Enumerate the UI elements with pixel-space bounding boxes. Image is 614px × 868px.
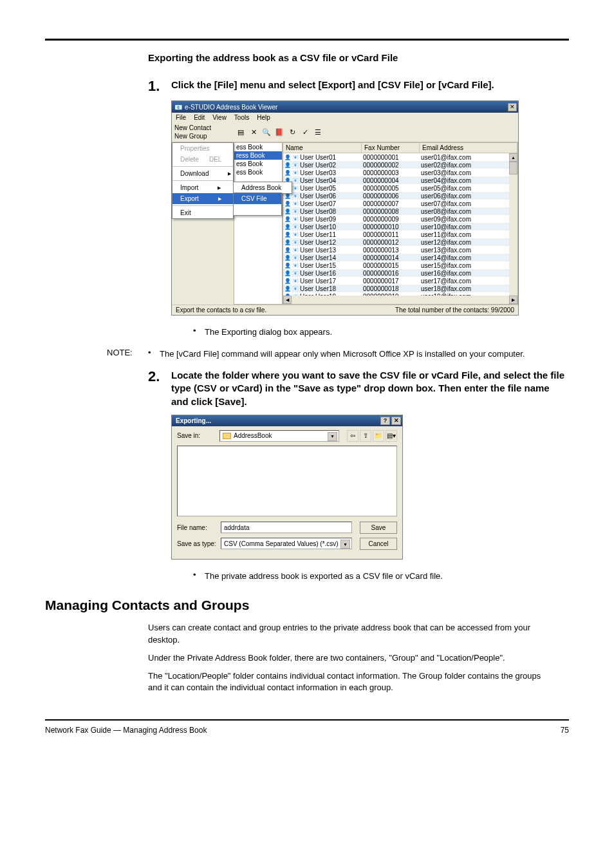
person-icon: 👤	[284, 255, 291, 261]
toolbar-delete-icon[interactable]: ✕	[249, 127, 258, 137]
step-1-text: Click the [File] menu and select [Export…	[171, 79, 494, 94]
scroll-left-icon[interactable]: ◀	[283, 296, 292, 304]
up-icon[interactable]: ⇧	[360, 430, 371, 442]
h2-managing: Managing Contacts and Groups	[45, 598, 569, 613]
toolbar-check-icon[interactable]: ✓	[301, 127, 310, 137]
bullet-2: • The private address book is exported a…	[193, 570, 569, 583]
window-title: e-STUDIO Address Book Viewer	[185, 104, 277, 111]
table-row[interactable]: 👤📧User User050000000005user05@ifax.com	[283, 184, 517, 192]
person-icon: 👤	[284, 216, 291, 222]
cancel-button[interactable]: Cancel	[360, 538, 397, 550]
menu-view[interactable]: View	[212, 114, 227, 121]
close-button[interactable]: ✕	[508, 103, 517, 111]
menu-edit[interactable]: Edit	[194, 114, 205, 121]
card-icon: 📧	[292, 263, 299, 269]
saveastype-row: Save as type: CSV (Comma Separated Value…	[177, 538, 397, 550]
toolbar-book-icon[interactable]: 📕	[275, 127, 284, 137]
horizontal-scrollbar[interactable]: ◀ ▶	[283, 296, 517, 304]
window-titlebar: 📧 e-STUDIO Address Book Viewer ✕	[172, 101, 518, 113]
card-icon: 📧	[292, 270, 299, 276]
para-2: Under the Private Address Book folder, t…	[148, 652, 569, 664]
note-row: NOTE: • The [vCard File] command will ap…	[107, 348, 569, 361]
card-icon: 📧	[292, 193, 299, 199]
table-row[interactable]: 👤📧User User170000000017user17@ifax.com	[283, 277, 517, 285]
scroll-right-icon[interactable]: ▶	[509, 296, 517, 304]
toolbar-cards-icon[interactable]: ▤	[236, 127, 245, 137]
person-icon: 👤	[284, 247, 291, 253]
bullet-icon: •	[193, 326, 205, 339]
close-button[interactable]: ✕	[391, 417, 401, 425]
back-icon[interactable]: ⇦	[347, 430, 358, 442]
save-button[interactable]: Save	[360, 522, 397, 534]
savein-dropdown[interactable]: AddressBook	[219, 430, 339, 442]
step-2: 2. Locate the folder where you want to s…	[148, 369, 569, 408]
filename-row: File name: addrdata Save	[177, 522, 397, 534]
col-email[interactable]: Email Address	[420, 143, 517, 153]
table-row[interactable]: 👤📧User User150000000015user15@ifax.com	[283, 261, 517, 269]
file-menu-delete: DeleteDEL	[172, 154, 233, 165]
table-row[interactable]: 👤📧User User100000000010user10@ifax.com	[283, 223, 517, 231]
window-body: Properties DeleteDEL Download Import Add…	[172, 142, 518, 305]
vertical-scrollbar[interactable]: ▲	[509, 153, 517, 296]
table-row[interactable]: 👤📧User User110000000011user11@ifax.com	[283, 231, 517, 238]
para-3: The "Location/People" folder contains in…	[148, 670, 569, 693]
table-row[interactable]: 👤📧User User130000000013user13@ifax.com	[283, 246, 517, 254]
file-menu-download[interactable]: Download	[172, 168, 233, 179]
card-icon: 📧	[292, 185, 299, 191]
table-row[interactable]: 👤📧User User020000000002user02@ifax.com	[283, 161, 517, 169]
person-icon: 👤	[284, 209, 291, 214]
note-label: NOTE:	[107, 348, 148, 361]
export-csv[interactable]: CSV File	[234, 193, 281, 204]
table-row[interactable]: 👤📧User User060000000006user06@ifax.com	[283, 192, 517, 200]
toolbar-list-icon[interactable]: ☰	[313, 127, 322, 137]
toolbar-newcontact[interactable]: New Contact	[174, 124, 236, 132]
dialog-title: Exporting...	[176, 417, 211, 424]
table-row[interactable]: 👤📧User User010000000001user01@ifax.com	[283, 153, 517, 161]
table-row[interactable]: 👤📧User User040000000004user04@ifax.com	[283, 176, 517, 184]
exporting-dialog: Exporting... ? ✕ Save in: AddressBook ⇦ …	[171, 415, 403, 560]
table-row[interactable]: 👤📧User User180000000018user18@ifax.com	[283, 285, 517, 292]
scroll-up-icon[interactable]: ▲	[509, 153, 517, 162]
scroll-thumb[interactable]	[509, 162, 517, 175]
tree-pane: ess Book ress Book ess Book ess Book	[234, 142, 283, 305]
tree-item-3[interactable]: ess Book	[234, 168, 282, 176]
file-menu: Properties DeleteDEL Download Import Add…	[172, 142, 234, 219]
col-fax[interactable]: Fax Number	[362, 143, 420, 153]
toolbar-find-icon[interactable]: 🔍	[262, 127, 271, 137]
filename-input[interactable]: addrdata	[221, 522, 352, 533]
views-icon[interactable]: ▤▾	[386, 430, 397, 442]
tree-item-1[interactable]: ress Book	[234, 151, 282, 160]
file-menu-export[interactable]: Export CSV File vCard File	[172, 193, 233, 204]
table-row[interactable]: 👤📧User User120000000012user12@ifax.com	[283, 238, 517, 246]
person-icon: 👤	[284, 170, 291, 176]
footer-left: Network Fax Guide — Managing Address Boo…	[45, 726, 207, 735]
tree-item-2[interactable]: ess Book	[234, 160, 282, 168]
card-icon: 📧	[292, 286, 299, 292]
saveastype-dropdown[interactable]: CSV (Comma Separated Values) (*.csv)	[221, 538, 352, 549]
menu-tools[interactable]: Tools	[234, 114, 249, 121]
col-name[interactable]: Name	[283, 143, 362, 153]
toolbar-newgroup[interactable]: New Group	[174, 132, 236, 140]
newfolder-icon[interactable]: 📁	[373, 430, 384, 442]
app-icon: 📧	[174, 104, 182, 111]
file-menu-exit[interactable]: Exit	[172, 207, 233, 218]
table-row[interactable]: 👤📧User User030000000003user03@ifax.com	[283, 169, 517, 176]
table-row[interactable]: 👤📧User User160000000016user16@ifax.com	[283, 269, 517, 277]
table-row[interactable]: 👤📧User User090000000009user09@ifax.com	[283, 215, 517, 223]
table-row[interactable]: 👤📧User User080000000008user08@ifax.com	[283, 207, 517, 215]
person-icon: 👤	[284, 240, 291, 245]
help-button[interactable]: ?	[380, 417, 390, 425]
menu-file[interactable]: File	[176, 114, 186, 121]
export-vcard[interactable]: vCard File	[234, 204, 281, 215]
table-row[interactable]: 👤📧User User140000000014user14@ifax.com	[283, 254, 517, 261]
file-menu-import[interactable]: Import Address Book	[172, 182, 233, 193]
menu-help[interactable]: Help	[257, 114, 270, 121]
file-list-area[interactable]	[177, 446, 397, 516]
footer: Network Fax Guide — Managing Address Boo…	[45, 726, 569, 735]
import-addressbook[interactable]: Address Book	[234, 182, 292, 193]
toolbar-refresh-icon[interactable]: ↻	[288, 127, 297, 137]
tree-item-0[interactable]: ess Book	[234, 143, 282, 151]
table-row[interactable]: 👤📧User User070000000007user07@ifax.com	[283, 200, 517, 207]
step-2-number: 2.	[148, 369, 171, 408]
card-icon: 📧	[292, 170, 299, 176]
